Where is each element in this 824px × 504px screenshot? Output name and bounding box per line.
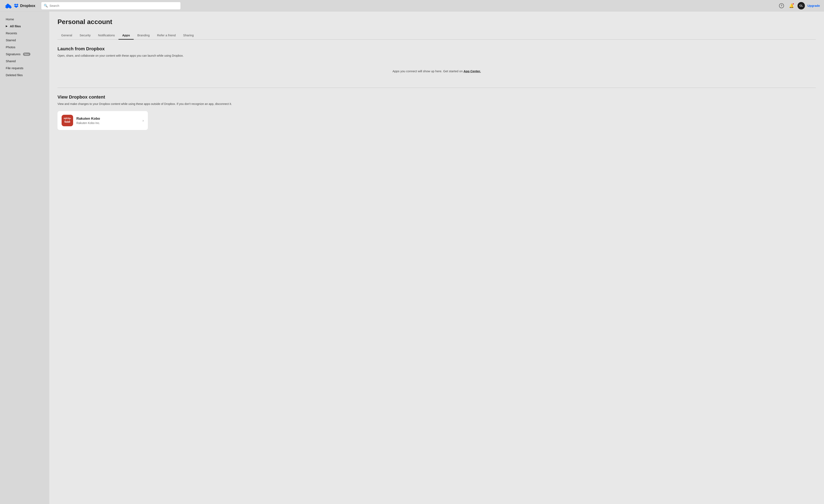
launch-section-title: Launch from Dropbox [58,46,816,52]
signatures-badge: New [23,53,30,56]
notifications-button[interactable]: 🔔 [788,2,795,9]
sidebar-item-home[interactable]: Home [2,16,47,23]
tab-branding[interactable]: Branding [134,31,153,39]
svg-text:Dropbox: Dropbox [20,4,35,8]
header-right: ? 🔔 CL Upgrade [778,2,820,9]
section-divider [58,88,816,88]
sidebar-label-photos: Photos [6,45,15,49]
tab-apps[interactable]: Apps [118,31,134,39]
dropbox-wordmark: Dropbox [13,2,38,9]
sidebar-label-all-files: All files [10,24,21,28]
sidebar-label-starred: Starred [6,38,16,42]
upgrade-button[interactable]: Upgrade [807,4,820,7]
help-icon: ? [779,3,784,8]
rakuten-kobo-info: Rakuten Kobo Rakuten Kobo Inc. [76,117,139,125]
tab-security[interactable]: Security [76,31,94,39]
sidebar-item-all-files[interactable]: ▶ All files [2,23,47,29]
sidebar: Home ▶ All files Recents Starred Photos … [0,11,49,504]
sidebar-item-file-requests[interactable]: File requests [2,65,47,72]
search-input[interactable] [49,4,178,7]
sidebar-item-deleted-files[interactable]: Deleted files [2,72,47,78]
sidebar-item-signatures[interactable]: Signatures New [2,51,47,58]
tab-refer-a-friend[interactable]: Refer a friend [153,31,180,39]
sidebar-label-shared: Shared [6,59,16,63]
header: Dropbox 🔍 ? 🔔 CL Upgrade [0,0,824,11]
tab-general[interactable]: General [58,31,76,39]
chevron-right-icon: › [142,118,144,123]
dropbox-logo[interactable]: Dropbox [4,2,38,9]
rakuten-kobo-logo: Rakuten kobo [62,115,73,126]
tab-sharing[interactable]: Sharing [180,31,198,39]
help-button[interactable]: ? [778,2,785,9]
sidebar-label-signatures: Signatures [6,53,20,56]
search-bar[interactable]: 🔍 [41,2,181,10]
empty-state-text-prefix: Apps you connect will show up here. Get … [392,69,463,73]
launch-section-desc: Open, share, and collaborate on your con… [58,54,816,58]
sidebar-label-deleted-files: Deleted files [6,73,23,77]
rakuten-kobo-name: Rakuten Kobo [76,117,139,121]
dropbox-logo-icon [4,2,11,9]
launch-empty-state: Apps you connect will show up here. Get … [58,63,816,80]
notification-dot [792,3,794,5]
sidebar-label-recents: Recents [6,31,17,35]
view-section-title: View Dropbox content [58,94,816,100]
sidebar-item-starred[interactable]: Starred [2,37,47,43]
rakuten-kobo-icon: Rakuten kobo [62,115,73,126]
rakuten-kobo-company: Rakuten Kobo Inc. [76,121,139,125]
sidebar-label-file-requests: File requests [6,66,23,70]
svg-marker-4 [16,4,18,5]
tab-notifications[interactable]: Notifications [94,31,119,39]
app-body: Home ▶ All files Recents Starred Photos … [0,11,824,504]
main-content: Personal account General Security Notifi… [49,11,824,504]
launch-section: Launch from Dropbox Open, share, and col… [58,46,816,80]
rakuten-kobo-card[interactable]: Rakuten kobo Rakuten Kobo Rakuten Kobo I… [58,111,148,130]
tabs-bar: General Security Notifications Apps Bran… [58,31,816,39]
view-section-desc: View and make changes to your Dropbox co… [58,102,816,106]
sidebar-item-photos[interactable]: Photos [2,44,47,51]
app-center-link[interactable]: App Center. [463,69,481,73]
chevron-right-icon: ▶ [6,25,7,27]
sidebar-label-home: Home [6,17,14,21]
view-section: View Dropbox content View and make chang… [58,94,816,130]
search-icon: 🔍 [44,4,48,8]
sidebar-item-shared[interactable]: Shared [2,58,47,65]
avatar[interactable]: CL [798,2,805,9]
page-title: Personal account [58,18,816,26]
sidebar-item-recents[interactable]: Recents [2,30,47,36]
